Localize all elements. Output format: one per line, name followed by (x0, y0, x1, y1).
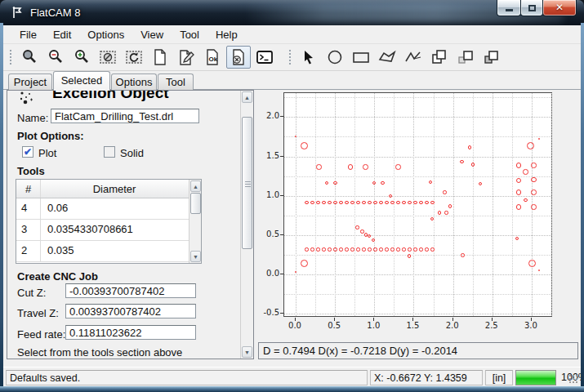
scroll-up-icon[interactable]: ▲ (190, 180, 201, 192)
drill-hole-marker (524, 198, 527, 202)
menu-view[interactable]: View (132, 26, 172, 43)
zoom-out-button[interactable] (43, 46, 68, 69)
drill-hole-marker (516, 189, 522, 195)
toolbar-drag-handle[interactable] (8, 48, 12, 66)
menu-help[interactable]: Help (207, 26, 246, 43)
close-button[interactable]: ✕ (542, 0, 577, 16)
tool-diameter[interactable]: 0.0354330708661 (41, 220, 201, 240)
move-shape-button[interactable] (453, 46, 478, 69)
drill-hole-marker (362, 201, 365, 204)
drill-hole-marker (381, 181, 384, 185)
scroll-down-icon[interactable]: ▼ (190, 251, 201, 262)
tool-diameter[interactable]: 0.035 (41, 241, 201, 261)
title-bar[interactable]: FlatCAM 8 ✕ (0, 0, 584, 25)
panel-scroll-down-icon[interactable]: ▼ (242, 346, 252, 358)
col-header-diameter[interactable]: Diameter (41, 180, 201, 198)
drill-hole-marker (328, 247, 331, 251)
draw-rectangle-button[interactable] (349, 46, 373, 69)
x-tick-label: 1.5 (400, 321, 425, 330)
minimize-icon (506, 9, 513, 11)
polygon-tool-icon (377, 48, 397, 66)
gridline-h (284, 294, 551, 295)
draw-circle-button[interactable] (323, 46, 347, 69)
drill-hole-marker (408, 247, 411, 251)
shell-button[interactable] (252, 46, 277, 69)
progress-bar (515, 370, 556, 385)
tool-row[interactable]: 30.0354330708661 (16, 220, 201, 241)
tool-number[interactable]: 4 (16, 198, 41, 219)
new-file-icon (151, 48, 169, 66)
tab-selected[interactable]: Selected (53, 71, 110, 91)
feed-rate-input[interactable] (65, 325, 196, 340)
draw-polygon-button[interactable] (375, 46, 399, 69)
tab-project[interactable]: Project (8, 74, 52, 90)
tab-tool[interactable]: Tool (158, 74, 194, 90)
drill-hole-marker (373, 201, 377, 204)
col-header-num[interactable]: # (16, 180, 41, 198)
tool-number[interactable]: 2 (16, 241, 41, 261)
tools-table[interactable]: # Diameter 40.0630.035433070866120.035 ▲… (16, 179, 202, 264)
tab-options[interactable]: Options (111, 74, 157, 90)
resize-grip[interactable] (568, 374, 578, 384)
duplicate-shape-button[interactable] (479, 46, 504, 69)
menu-file[interactable]: File (11, 26, 45, 43)
zoom-fit-button[interactable] (17, 46, 42, 69)
drill-hole-marker (479, 182, 482, 185)
cut-z-input[interactable] (65, 283, 196, 298)
save-ok-button[interactable]: Ok (200, 46, 225, 69)
y-tick-mark (280, 234, 283, 235)
maximize-button[interactable] (520, 0, 543, 16)
gridline-h (284, 216, 551, 216)
menu-edit[interactable]: Edit (45, 26, 79, 43)
drill-hole-marker (295, 271, 296, 273)
solid-checkbox[interactable] (104, 146, 115, 158)
travel-z-input[interactable] (65, 304, 196, 318)
draw-path-button[interactable] (401, 46, 426, 69)
tools-table-header[interactable]: # Diameter (16, 180, 201, 198)
x-tick-mark (412, 318, 413, 321)
menu-tool[interactable]: Tool (172, 26, 207, 43)
select-tool-button[interactable] (296, 46, 321, 69)
clear-plot-button[interactable] (96, 46, 120, 69)
panel-scroll-up-icon[interactable]: ▲ (242, 91, 252, 103)
y-tick-label: 1.5 (258, 151, 279, 160)
tools-scrollbar-thumb[interactable] (190, 193, 201, 214)
drill-hole-marker (395, 164, 401, 170)
plot-checkbox-label[interactable]: Plot (38, 147, 56, 159)
tool-diameter[interactable]: 0.06 (41, 198, 201, 219)
name-input[interactable] (51, 109, 199, 123)
drill-hole-marker (339, 201, 342, 204)
drill-hole-marker (350, 247, 354, 251)
copy-shape-button[interactable] (427, 46, 452, 69)
cursor-coordinates: X: -0.6672 Y: 1.4359 (370, 370, 483, 385)
drill-hole-marker (468, 145, 471, 149)
x-tick-mark (531, 318, 532, 321)
circle-tool-icon (326, 48, 344, 66)
zoom-in-button[interactable] (69, 46, 94, 69)
cancel-file-button[interactable] (226, 46, 251, 69)
gridline-v (493, 93, 493, 316)
drill-hole-marker (379, 247, 382, 251)
menu-options[interactable]: Options (79, 26, 132, 43)
x-tick-label: 1.0 (361, 321, 386, 330)
drill-hole-marker (325, 181, 328, 185)
drill-hole-marker (523, 169, 528, 175)
gridline-h (284, 314, 551, 314)
plot-canvas[interactable] (283, 92, 552, 317)
panel-scrollbar-thumb[interactable] (242, 117, 252, 249)
tool-row[interactable]: 20.035 (16, 241, 201, 262)
solid-checkbox-label[interactable]: Solid (120, 147, 144, 159)
replot-button[interactable] (122, 46, 146, 69)
tool-number[interactable]: 3 (16, 220, 41, 240)
open-edit-file-button[interactable] (174, 46, 198, 69)
minimize-button[interactable] (497, 0, 521, 16)
x-tick-label: 2.0 (440, 321, 465, 330)
new-file-button[interactable] (148, 46, 172, 69)
panel-scrollbar[interactable]: ▲ ▼ (240, 91, 253, 359)
zoom-fit-icon (20, 48, 38, 66)
tool-row[interactable]: 40.06 (16, 198, 201, 220)
toolbar2-drag-handle[interactable] (288, 48, 292, 66)
drill-hole-marker (430, 201, 434, 204)
tools-table-scrollbar[interactable]: ▲ ▼ (189, 180, 201, 263)
plot-checkbox[interactable]: ✔ (22, 146, 33, 158)
